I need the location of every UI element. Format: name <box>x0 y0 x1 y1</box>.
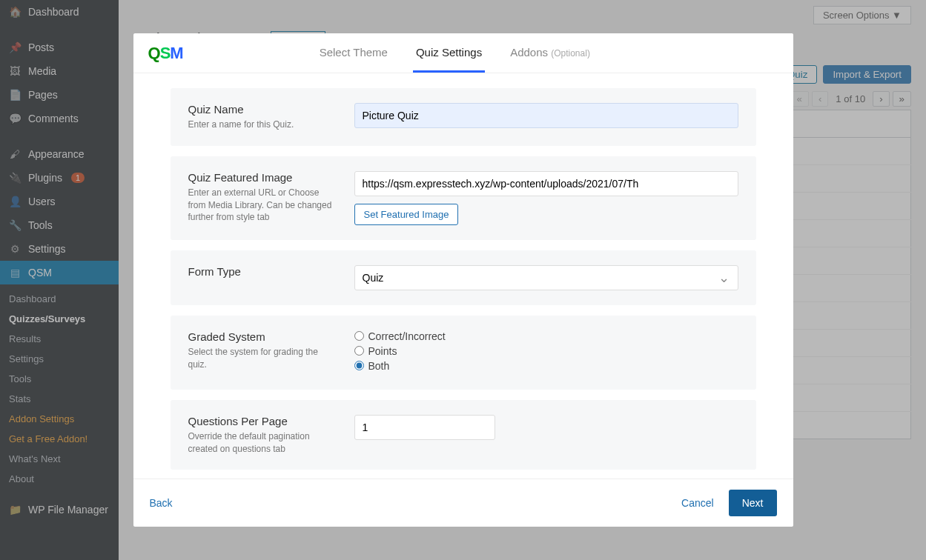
form-type-select[interactable]: Quiz <box>354 265 738 290</box>
modal-overlay: QSM Select Theme Quiz Settings Addons (O… <box>0 0 926 439</box>
quiz-name-label: Quiz Name <box>188 103 337 116</box>
set-featured-image-button[interactable]: Set Featured Image <box>354 204 459 225</box>
setting-questions-per-page: Questions Per PageOverride the default p… <box>171 400 756 439</box>
tab-select-theme[interactable]: Select Theme <box>317 34 391 73</box>
graded-system-label: Graded System <box>188 330 337 343</box>
quiz-name-input[interactable] <box>354 103 738 128</box>
setting-featured-image: Quiz Featured ImageEnter an external URL… <box>171 156 756 240</box>
tab-quiz-settings[interactable]: Quiz Settings <box>413 34 485 73</box>
form-type-label: Form Type <box>188 265 337 278</box>
featured-image-input[interactable] <box>354 171 738 196</box>
qpp-input[interactable] <box>354 415 495 439</box>
graded-system-desc: Select the system for grading the quiz. <box>188 346 337 371</box>
setting-form-type: Form Type Quiz <box>171 250 756 305</box>
radio-correct-incorrect[interactable] <box>354 331 364 341</box>
qpp-desc: Override the default pagination created … <box>188 430 337 439</box>
qsm-logo: QSM <box>148 44 183 63</box>
tab-addons[interactable]: Addons (Optional) <box>507 34 593 73</box>
quiz-name-desc: Enter a name for this Quiz. <box>188 119 337 131</box>
qpp-label: Questions Per Page <box>188 415 337 427</box>
radio-both[interactable] <box>354 361 364 370</box>
setting-quiz-name: Quiz NameEnter a name for this Quiz. <box>171 88 756 146</box>
featured-image-desc: Enter an external URL or Choose from Med… <box>188 187 337 224</box>
quiz-settings-modal: QSM Select Theme Quiz Settings Addons (O… <box>133 33 793 439</box>
setting-graded-system: Graded SystemSelect the system for gradi… <box>171 316 756 390</box>
radio-points[interactable] <box>354 346 364 356</box>
featured-image-label: Quiz Featured Image <box>188 171 337 184</box>
